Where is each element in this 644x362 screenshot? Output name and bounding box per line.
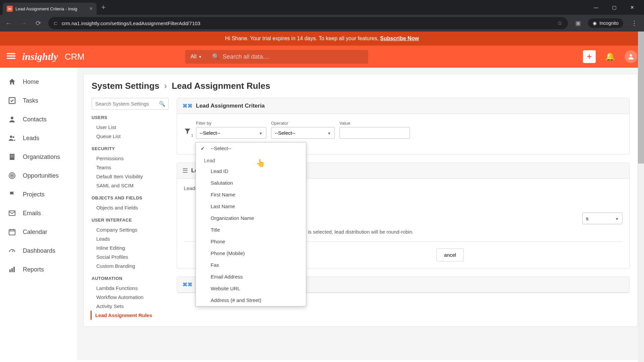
svg-rect-20 — [13, 267, 15, 272]
dropdown-option[interactable]: Phone (Mobile) — [196, 247, 306, 259]
settings-item-company[interactable]: Company Settings — [92, 225, 169, 234]
dropdown-option[interactable]: Salutation — [196, 177, 306, 189]
info-icon: ✖✖ — [182, 281, 193, 288]
nav-calendar[interactable]: Calendar — [0, 223, 77, 241]
settings-item-branding[interactable]: Custom Branding — [92, 261, 169, 270]
nav-contacts[interactable]: Contacts — [0, 110, 77, 129]
dropdown-option-select[interactable]: --Select-- — [196, 142, 306, 154]
dropdown-group-lead: Lead — [196, 154, 306, 165]
trial-greeting: Hi Shane. Your trial expires in 14 days.… — [225, 36, 380, 41]
settings-item-lead-assignment[interactable]: Lead Assignment Rules — [91, 311, 169, 320]
search-scope-dropdown[interactable]: All ▼ — [185, 50, 207, 64]
nav-opportunities[interactable]: Opportunities — [0, 166, 77, 185]
chevron-right-icon: › — [164, 81, 167, 91]
nav-reports[interactable]: Reports — [0, 260, 77, 279]
reload-button[interactable]: ⟳ — [34, 19, 43, 27]
nav-dashboards[interactable]: Dashboards — [0, 241, 77, 260]
avatar[interactable] — [625, 50, 637, 63]
dropdown-option[interactable]: Address (# and Street) — [196, 294, 306, 306]
notifications-icon[interactable]: 🔔 — [604, 50, 616, 63]
dropdown-option[interactable]: Email Address — [196, 271, 306, 283]
dropdown-option[interactable]: Last Name — [196, 200, 306, 212]
bookmark-icon[interactable]: ☆ — [557, 19, 562, 27]
svg-point-15 — [12, 175, 13, 176]
value-input[interactable] — [339, 127, 410, 139]
dropdown-option[interactable]: Lead ID — [196, 165, 306, 177]
filter-by-select[interactable]: --Select-- ▼ — [196, 127, 266, 139]
home-icon — [7, 77, 17, 86]
incognito-badge[interactable]: ◉ Incognito — [588, 18, 623, 28]
hamburger-icon[interactable] — [7, 52, 15, 62]
chevron-down-icon: ▼ — [259, 131, 263, 135]
operator-select[interactable]: --Select-- ▼ — [271, 127, 335, 139]
subscribe-link[interactable]: Subscribe Now — [380, 36, 419, 41]
browser-tab[interactable]: in Lead Assignment Criteria - Insig × — [3, 3, 97, 15]
new-tab-button[interactable]: + — [97, 3, 110, 12]
filter-by-label: Filter by — [196, 121, 266, 126]
filter-dropdown[interactable]: --Select-- Lead Lead ID Salutation First… — [196, 142, 306, 306]
settings-item-objects[interactable]: Objects and Fields — [92, 203, 169, 212]
settings-item-leads[interactable]: Leads — [92, 234, 169, 243]
flag-icon — [7, 190, 17, 199]
nav-projects[interactable]: Projects — [0, 185, 77, 204]
assignment-select[interactable]: s ▼ — [582, 213, 623, 224]
settings-search-input[interactable] — [92, 98, 169, 110]
settings-item-queue-list[interactable]: Queue List — [92, 132, 169, 141]
cancel-button[interactable]: ancel — [436, 248, 464, 261]
settings-item-saml[interactable]: SAML and SCIM — [92, 181, 169, 190]
settings-item-teams[interactable]: Teams — [92, 163, 169, 172]
dropdown-option[interactable]: Website URL — [196, 283, 306, 294]
settings-group-header: USERS — [92, 115, 169, 120]
dropdown-option[interactable]: Phone — [196, 236, 306, 247]
nav-organizations[interactable]: Organizations — [0, 147, 77, 166]
nav-emails[interactable]: Emails — [0, 204, 77, 223]
tab-favicon: in — [7, 6, 13, 12]
add-button[interactable]: + — [583, 50, 596, 63]
back-button[interactable]: ← — [4, 19, 13, 27]
settings-item-permissions[interactable]: Permissions — [92, 154, 169, 163]
nav-tasks[interactable]: Tasks — [0, 91, 77, 110]
extensions-icon[interactable]: ▣ — [573, 19, 583, 27]
settings-item-inline[interactable]: Inline Editing — [92, 243, 169, 252]
settings-item-activity-sets[interactable]: Activity Sets — [92, 302, 169, 311]
mail-icon — [7, 208, 17, 218]
settings-main: ✖✖ Lead Assignment Criteria 1 Filter by — [177, 98, 630, 320]
filter-row: 1 Filter by --Select-- ▼ — [184, 121, 623, 139]
svg-rect-17 — [9, 230, 15, 235]
dropdown-option[interactable]: First Name — [196, 189, 306, 200]
close-window-icon[interactable]: ✕ — [627, 5, 637, 10]
settings-item-workflow[interactable]: Workflow Automation — [92, 293, 169, 302]
criteria-icon: ✖✖ — [182, 102, 193, 110]
breadcrumb-current: Lead Assignment Rules — [172, 81, 270, 91]
nav-home[interactable]: Home — [0, 72, 77, 91]
incognito-label: Incognito — [599, 20, 619, 26]
product-label: CRM — [65, 52, 85, 62]
settings-item-user-list[interactable]: User List — [92, 123, 169, 132]
breadcrumb-parent[interactable]: System Settings — [92, 81, 159, 91]
dropdown-option[interactable]: Organization Name — [196, 212, 306, 224]
dropdown-option[interactable]: Title — [196, 224, 306, 236]
settings-item-default-visibility[interactable]: Default Item Visibility — [92, 172, 169, 181]
nav-leads[interactable]: Leads — [0, 129, 77, 147]
close-tab-icon[interactable]: × — [90, 6, 93, 12]
forward-button[interactable]: → — [19, 19, 28, 27]
dropdown-option[interactable]: Fax — [196, 259, 306, 271]
gauge-icon — [7, 246, 17, 255]
page-scrollbar[interactable] — [638, 32, 644, 362]
minimize-icon[interactable]: — — [591, 5, 601, 10]
svg-rect-9 — [11, 155, 12, 156]
site-info-icon[interactable]: ⊏ — [54, 20, 58, 26]
settings-item-lambda[interactable]: Lambda Functions — [92, 284, 169, 293]
logo[interactable]: insightly — [22, 51, 58, 62]
settings-item-social[interactable]: Social Profiles — [92, 252, 169, 261]
check-icon — [7, 96, 17, 105]
svg-point-6 — [10, 136, 12, 138]
settings-group-header: USER INTERFACE — [92, 218, 169, 223]
maximize-icon[interactable]: ▢ — [609, 5, 619, 10]
incognito-icon: ◉ — [593, 20, 597, 26]
page-content: Hi Shane. Your trial expires in 14 days.… — [0, 32, 644, 362]
browser-chrome: in Lead Assignment Criteria - Insig × + … — [0, 0, 644, 32]
url-bar[interactable]: ⊏ crm.na1.insightly.com/settings/LeadAss… — [48, 17, 568, 29]
search-input[interactable] — [219, 50, 364, 64]
browser-menu-icon[interactable]: ⋮ — [629, 19, 640, 27]
